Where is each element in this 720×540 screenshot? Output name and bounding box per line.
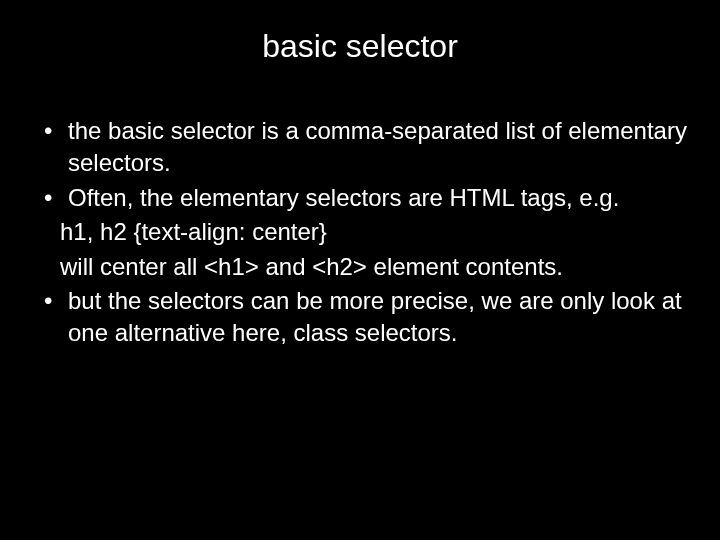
slide: basic selector the basic selector is a c…: [0, 0, 720, 540]
list-item: Often, the elementary selectors are HTML…: [38, 182, 700, 214]
slide-content: the basic selector is a comma-separated …: [20, 115, 700, 350]
list-item: but the selectors can be more precise, w…: [38, 285, 700, 350]
list-item: the basic selector is a comma-separated …: [38, 115, 700, 180]
slide-title: basic selector: [20, 28, 700, 65]
bullet-list: the basic selector is a comma-separated …: [38, 115, 700, 350]
list-item: h1, h2 {text-align: center}: [38, 216, 700, 248]
list-item: will center all <h1> and <h2> element co…: [38, 251, 700, 283]
